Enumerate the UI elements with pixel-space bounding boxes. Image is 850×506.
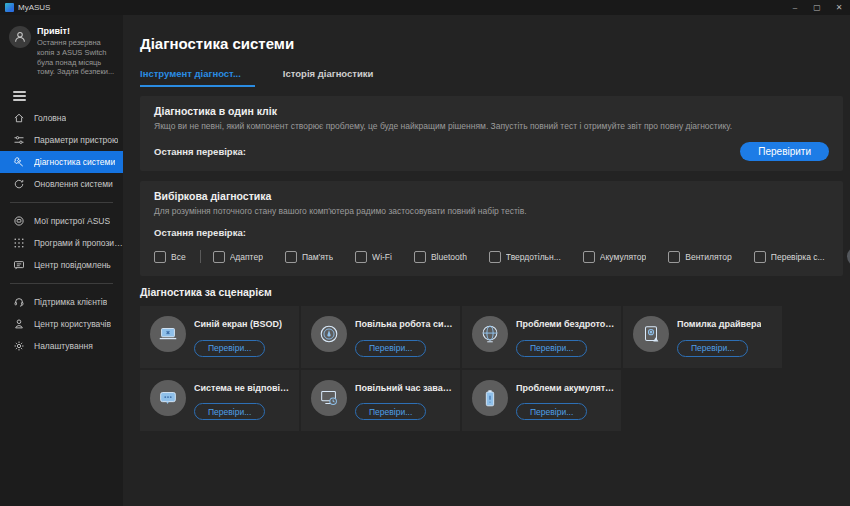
page-title: Діагностика системи <box>140 35 850 52</box>
one-click-check-button[interactable]: Перевірити <box>740 142 829 161</box>
test-checkbox-group: Все Адаптер Пам'ять Wi <box>154 250 847 263</box>
checkbox[interactable] <box>583 251 595 263</box>
titlebar: MyASUS – ▢ ✕ <box>0 0 850 15</box>
message-icon <box>13 259 25 271</box>
sidebar-item-label: Підтримка клієнтів <box>34 297 107 307</box>
scenario-grid-empty-cell <box>623 370 782 432</box>
scenario-check-button-not-responding[interactable]: Перевіри... <box>194 403 265 420</box>
checkbox[interactable] <box>213 251 225 263</box>
sidebar-item-label: Параметри пристрою <box>34 135 118 145</box>
checkbox[interactable] <box>414 251 426 263</box>
greeting-notification[interactable]: Привіт! Остання резервна копія з ASUS Sw… <box>0 15 123 81</box>
scenario-check-button-wireless[interactable]: Перевіри... <box>516 340 587 357</box>
sidebar-item-label: Центр користувачів <box>34 319 111 329</box>
chat-bubble-icon <box>150 380 186 416</box>
greeting-message: Остання резервна копія з ASUS Switch бул… <box>37 38 117 77</box>
checkbox[interactable] <box>154 251 166 263</box>
sidebar-item-customer-support[interactable]: Підтримка клієнтів <box>0 291 123 313</box>
scenario-check-button-driver[interactable]: Перевіри... <box>677 340 748 357</box>
scenario-check-button-slow-boot[interactable]: Перевіри... <box>355 403 426 420</box>
checkbox[interactable] <box>754 251 766 263</box>
bsod-laptop-icon <box>150 316 186 352</box>
card-description: Для розуміння поточного стану вашого ком… <box>154 206 829 216</box>
checkbox-item-wifi[interactable]: Wi-Fi <box>355 251 392 263</box>
sidebar-item-message-center[interactable]: Центр повідомлень <box>0 254 123 276</box>
minimize-button[interactable]: – <box>784 0 806 15</box>
sidebar-divider <box>10 202 113 203</box>
scenario-section-title: Діагностика за сценарієм <box>140 286 850 298</box>
scenario-check-button-bsod[interactable]: Перевіри... <box>194 340 265 357</box>
myasus-logo-icon <box>5 3 14 12</box>
sidebar-item-label: Програми й пропозиції від... <box>34 238 123 248</box>
close-button[interactable]: ✕ <box>828 0 850 15</box>
sliders-icon <box>13 134 25 146</box>
sidebar-item-label: Діагностика системи <box>34 157 115 167</box>
hamburger-menu-icon[interactable] <box>13 91 26 103</box>
scenario-card-grid: Синій екран (BSOD) Перевіри... Повільна … <box>140 306 850 431</box>
sidebar-item-label: Головна <box>34 113 66 123</box>
scenario-card-title: Проблеми акумулятора <box>516 383 616 393</box>
scenario-card-title: Система не відповідає <box>194 383 294 393</box>
scenario-card-title: Проблеми бездротовог... <box>516 319 616 329</box>
myasus-window: MyASUS – ▢ ✕ Привіт! Остання резервна ко… <box>0 0 850 506</box>
checkbox-item-ssd[interactable]: Твердотільн... <box>489 251 561 263</box>
scenario-card-title: Синій екран (BSOD) <box>194 319 282 329</box>
sidebar-item-user-center[interactable]: Центр користувачів <box>0 313 123 335</box>
tab-diagnostic-history[interactable]: Історія діагностики <box>283 64 388 87</box>
speedometer-icon <box>311 316 347 352</box>
scenario-card-slow-system: Повільна робота системи Перевіри... <box>301 306 460 368</box>
one-click-diagnostics-card: Діагностика в один клік Якщо ви не певні… <box>140 96 843 171</box>
sidebar-item-apps-offers[interactable]: Програми й пропозиції від... <box>0 232 123 254</box>
selective-check-button[interactable]: Перевірити <box>847 247 850 266</box>
sidebar-item-device-settings[interactable]: Параметри пристрою <box>0 129 123 151</box>
home-icon <box>13 112 25 124</box>
battery-icon <box>472 380 508 416</box>
checkbox-item-memory[interactable]: Пам'ять <box>285 251 333 263</box>
wrench-icon <box>13 156 25 168</box>
maximize-button[interactable]: ▢ <box>806 0 828 15</box>
scenario-check-button-slow-system[interactable]: Перевіри... <box>355 340 426 357</box>
checkbox[interactable] <box>285 251 297 263</box>
sidebar-item-system-diagnosis[interactable]: Діагностика системи <box>0 151 123 173</box>
checkbox-item-system-check[interactable]: Перевірка с... <box>754 251 825 263</box>
last-check-label: Остання перевірка: <box>154 227 829 238</box>
sidebar-item-home[interactable]: Головна <box>0 107 123 129</box>
user-avatar-icon <box>9 26 31 48</box>
sidebar-item-system-update[interactable]: Оновлення системи <box>0 173 123 195</box>
checkbox-item-fan[interactable]: Вентилятор <box>668 251 732 263</box>
scenario-card-title: Повільна робота системи <box>355 319 455 329</box>
sidebar-item-label: Налаштування <box>34 341 93 351</box>
selective-diagnostics-card: Вибіркова діагностика Для розуміння пото… <box>140 181 843 276</box>
scenario-card-slow-boot: Повільний час заванта... Перевіри... <box>301 370 460 432</box>
scenario-card-wireless-problems: Проблеми бездротовог... Перевіри... <box>462 306 621 368</box>
card-title: Діагностика в один клік <box>154 105 829 117</box>
main-content: Діагностика системи Інструмент діагност.… <box>123 15 850 506</box>
update-icon <box>13 178 25 190</box>
checkbox-item-battery[interactable]: Акумулятор <box>583 251 646 263</box>
card-description: Якщо ви не певні, який компонент створює… <box>154 121 829 131</box>
scenario-check-button-battery[interactable]: Перевіри... <box>516 403 587 420</box>
checkbox-item-adapter[interactable]: Адаптер <box>213 251 263 263</box>
headset-icon <box>13 296 25 308</box>
sidebar-item-label: Оновлення системи <box>34 179 113 189</box>
sidebar-item-settings[interactable]: Налаштування <box>0 335 123 357</box>
checkbox-item-bluetooth[interactable]: Bluetooth <box>414 251 467 263</box>
checkbox[interactable] <box>355 251 367 263</box>
checkbox-separator <box>200 250 201 263</box>
sidebar-item-my-asus-devices[interactable]: Мої пристрої ASUS <box>0 210 123 232</box>
sidebar-item-label: Мої пристрої ASUS <box>34 216 110 226</box>
tab-diagnostic-tool[interactable]: Інструмент діагност... <box>140 64 255 87</box>
sidebar-divider <box>10 283 113 284</box>
checkbox[interactable] <box>668 251 680 263</box>
scenario-card-system-not-responding: Система не відповідає Перевіри... <box>140 370 299 432</box>
checkbox-item-all[interactable]: Все <box>154 251 186 263</box>
user-icon <box>13 318 25 330</box>
sidebar-item-label: Центр повідомлень <box>34 260 111 270</box>
card-title: Вибіркова діагностика <box>154 190 829 202</box>
devices-icon <box>13 215 25 227</box>
checkbox[interactable] <box>489 251 501 263</box>
sidebar: Привіт! Остання резервна копія з ASUS Sw… <box>0 15 123 506</box>
screen-clock-icon <box>311 380 347 416</box>
last-check-label: Остання перевірка: <box>154 146 246 157</box>
gear-icon <box>13 340 25 352</box>
